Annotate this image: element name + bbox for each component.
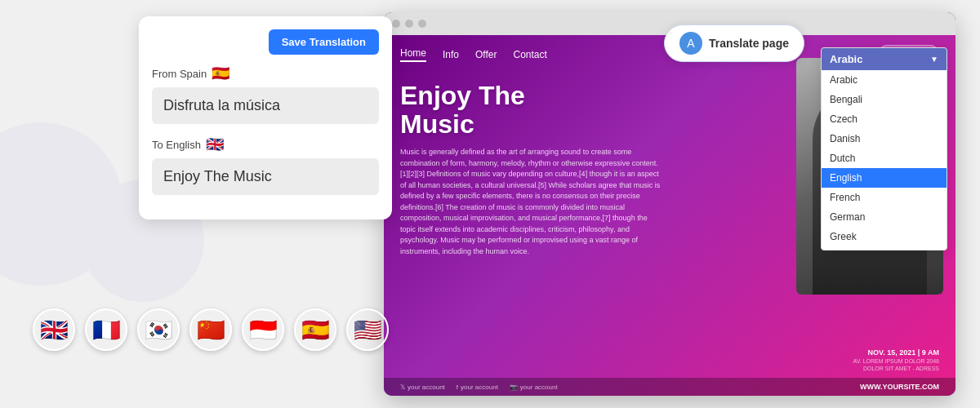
- browser-dot-3: [418, 20, 426, 28]
- panel-header: Save Translation: [152, 29, 379, 55]
- translate-page-button[interactable]: A Translate page: [664, 24, 804, 62]
- from-language-label: From Spain 🇪🇸: [152, 64, 379, 82]
- flag-korea[interactable]: 🇰🇷: [137, 308, 180, 351]
- instagram-icon: 📷: [510, 384, 518, 391]
- nav-info[interactable]: Info: [443, 49, 459, 60]
- from-flag: 🇪🇸: [212, 64, 229, 82]
- lang-option-greek[interactable]: Greek: [822, 227, 947, 246]
- to-language-label: To English 🇬🇧: [152, 135, 379, 153]
- flag-china[interactable]: 🇨🇳: [189, 308, 232, 351]
- lang-option-arabic[interactable]: Arabic: [822, 70, 947, 90]
- flag-spain[interactable]: 🇪🇸: [294, 308, 336, 351]
- source-text-input[interactable]: [152, 87, 379, 124]
- twitter-link[interactable]: 𝕏 your account: [400, 384, 445, 391]
- translation-panel: Save Translation From Spain 🇪🇸 To Englis…: [139, 16, 392, 220]
- nav-contact[interactable]: Contact: [514, 49, 547, 60]
- browser-dot-1: [392, 20, 400, 28]
- instagram-label: your account: [520, 384, 558, 391]
- lang-option-german[interactable]: German: [822, 207, 947, 227]
- lang-option-french[interactable]: French: [822, 188, 947, 207]
- site-footer: 𝕏 your account f your account 📷 your acc…: [384, 378, 956, 396]
- to-flag: 🇬🇧: [206, 135, 224, 153]
- address-line-2: DOLOR SIT AMET - ADRESS: [853, 366, 939, 371]
- flag-indonesia[interactable]: 🇮🇩: [242, 308, 284, 351]
- browser-dot-2: [405, 20, 413, 28]
- lang-option-hindi[interactable]: Hindi: [822, 246, 947, 250]
- flags-row: 🇬🇧🇫🇷🇰🇷🇨🇳🇮🇩🇪🇸🇺🇸: [33, 308, 389, 351]
- translated-text-input[interactable]: [152, 158, 379, 195]
- address-line-1: AV. LOREM IPSUM DOLOR 2048: [853, 358, 939, 364]
- lang-option-english[interactable]: English: [822, 168, 947, 188]
- twitter-icon: 𝕏: [400, 384, 405, 391]
- nav-home[interactable]: Home: [400, 47, 426, 62]
- footer-social-links: 𝕏 your account f your account 📷 your acc…: [400, 384, 558, 391]
- website-url: WWW.YOURSITE.COM: [860, 383, 939, 391]
- dropdown-selected-language: Arabic: [830, 53, 862, 65]
- dropdown-header[interactable]: Arabic ▼: [822, 48, 947, 70]
- lang-option-bengali[interactable]: Bengali: [822, 90, 947, 109]
- lang-option-dutch[interactable]: Dutch: [822, 149, 947, 168]
- lang-option-danish[interactable]: Danish: [822, 129, 947, 149]
- translate-icon: A: [679, 32, 702, 55]
- facebook-label: your account: [461, 384, 498, 391]
- event-date: NOV. 15, 2021 | 9 AM: [853, 348, 939, 357]
- twitter-label: your account: [408, 384, 445, 391]
- hero-description: Music is generally defined as the art of…: [400, 147, 662, 257]
- language-list: ArabicBengaliCzechDanishDutchEnglishFren…: [822, 70, 947, 250]
- flag-usa[interactable]: 🇺🇸: [346, 308, 389, 351]
- instagram-link[interactable]: 📷 your account: [510, 384, 558, 391]
- lang-option-czech[interactable]: Czech: [822, 109, 947, 129]
- save-translation-button[interactable]: Save Translation: [269, 29, 379, 55]
- to-label-text: To English: [152, 139, 201, 151]
- date-info-section: NOV. 15, 2021 | 9 AM AV. LOREM IPSUM DOL…: [853, 348, 939, 371]
- flag-uk[interactable]: 🇬🇧: [33, 308, 75, 351]
- language-dropdown[interactable]: Arabic ▼ ArabicBengaliCzechDanishDutchEn…: [821, 47, 947, 251]
- translate-icon-text: A: [687, 37, 694, 50]
- dropdown-arrow-icon: ▼: [930, 55, 938, 64]
- facebook-icon: f: [457, 384, 458, 391]
- translate-page-label: Translate page: [709, 37, 789, 50]
- flag-france[interactable]: 🇫🇷: [85, 308, 127, 351]
- facebook-link[interactable]: f your account: [457, 384, 498, 391]
- nav-offer[interactable]: Offer: [475, 49, 497, 60]
- from-label-text: From Spain: [152, 68, 207, 80]
